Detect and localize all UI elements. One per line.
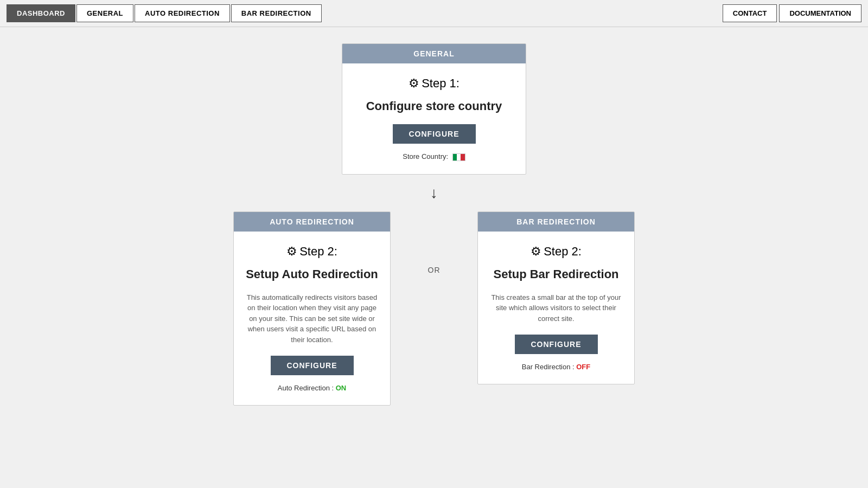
nav-general[interactable]: GENERAL — [76, 4, 133, 22]
nav-left: DASHBOARD GENERAL AUTO REDIRECTION BAR R… — [7, 4, 322, 22]
auto-status-label: Auto Redirection : — [278, 384, 334, 392]
auto-description: This automatically redirects visitors ba… — [245, 292, 379, 345]
gear-icon-auto: ⚙ — [286, 245, 297, 258]
auto-card-header: AUTO REDIRECTION — [234, 212, 390, 232]
general-status-label: Store Country: — [403, 152, 448, 160]
nav-auto-redirection[interactable]: AUTO REDIRECTION — [135, 4, 230, 22]
bar-configure-title: Setup Bar Redirection — [489, 267, 623, 281]
down-arrow: ↓ — [430, 184, 438, 202]
gear-icon-bar: ⚙ — [531, 245, 541, 258]
nav-bar-redirection[interactable]: BAR REDIRECTION — [231, 4, 322, 22]
general-step-title: ⚙Step 1: — [353, 76, 515, 91]
auto-configure-title: Setup Auto Redirection — [245, 267, 379, 281]
top-navigation: DASHBOARD GENERAL AUTO REDIRECTION BAR R… — [0, 0, 868, 27]
general-configure-title: Configure store country — [353, 99, 515, 113]
bar-status-label: Bar Redirection : — [522, 363, 575, 371]
general-status: Store Country: — [353, 152, 515, 161]
auto-card-body: ⚙Step 2: Setup Auto Redirection This aut… — [234, 232, 390, 406]
nav-dashboard[interactable]: DASHBOARD — [7, 4, 75, 22]
nav-documentation[interactable]: DOCUMENTATION — [779, 4, 861, 22]
general-card-header: GENERAL — [342, 44, 526, 63]
nav-contact[interactable]: CONTACT — [723, 4, 777, 22]
flag-white — [457, 154, 461, 160]
auto-step-title: ⚙Step 2: — [245, 245, 379, 259]
gear-icon: ⚙ — [409, 76, 419, 90]
or-separator: OR — [391, 211, 477, 274]
general-card: GENERAL ⚙Step 1: Configure store country… — [342, 43, 526, 175]
auto-configure-button[interactable]: CONFIGURE — [271, 356, 354, 375]
general-card-body: ⚙Step 1: Configure store country CONFIGU… — [342, 63, 526, 174]
bar-status-value: OFF — [576, 363, 590, 371]
nav-right: CONTACT DOCUMENTATION — [723, 4, 861, 22]
bar-status: Bar Redirection : OFF — [489, 363, 623, 371]
bottom-row: AUTO REDIRECTION ⚙Step 2: Setup Auto Red… — [233, 211, 635, 406]
bar-configure-button[interactable]: CONFIGURE — [515, 335, 598, 354]
bar-card-header: BAR REDIRECTION — [478, 212, 634, 232]
auto-status-value: ON — [336, 384, 347, 392]
main-content: GENERAL ⚙Step 1: Configure store country… — [0, 27, 868, 406]
italy-flag — [452, 153, 465, 161]
bar-step-title: ⚙Step 2: — [489, 245, 623, 259]
general-configure-button[interactable]: CONFIGURE — [393, 124, 476, 144]
bar-description: This creates a small bar at the top of y… — [489, 292, 623, 324]
flag-red — [461, 154, 464, 160]
bar-redirection-card: BAR REDIRECTION ⚙Step 2: Setup Bar Redir… — [477, 211, 635, 385]
auto-redirection-card: AUTO REDIRECTION ⚙Step 2: Setup Auto Red… — [233, 211, 391, 406]
bar-card-body: ⚙Step 2: Setup Bar Redirection This crea… — [478, 232, 634, 384]
flag-green — [453, 154, 457, 160]
auto-status: Auto Redirection : ON — [245, 384, 379, 392]
